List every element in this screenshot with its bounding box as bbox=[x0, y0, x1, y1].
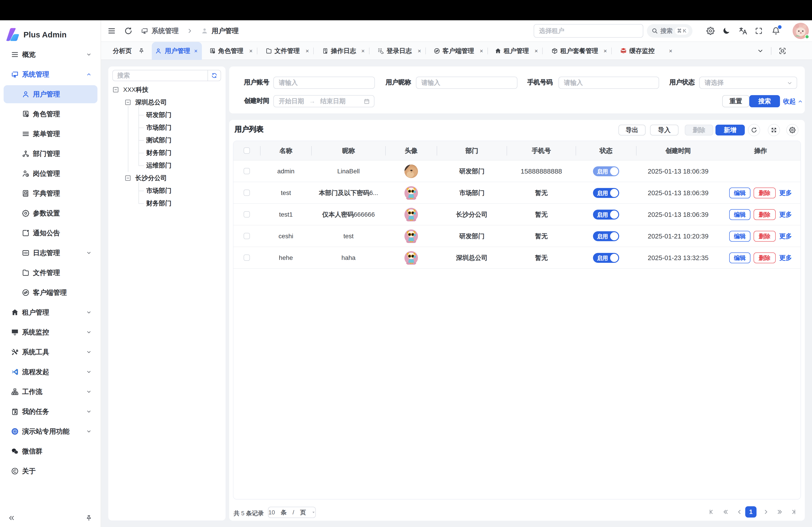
svg-text:redis: redis bbox=[621, 52, 626, 54]
